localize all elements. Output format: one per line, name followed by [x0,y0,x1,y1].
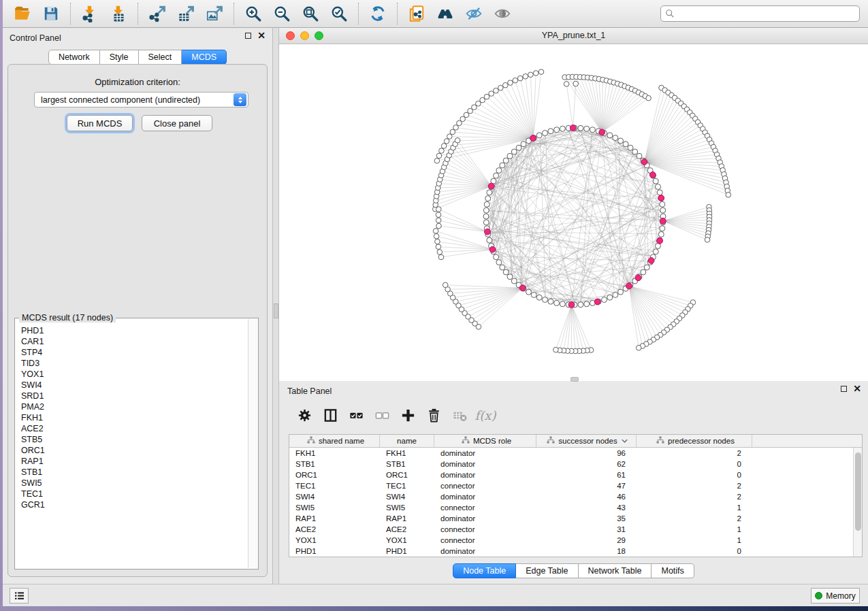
mcds-result-item[interactable]: YOX1 [16,369,248,380]
table-row[interactable]: STB1STB1dominator620 [289,459,853,469]
vertical-splitter[interactable] [272,28,279,584]
run-mcds-button[interactable]: Run MCDS [67,115,133,131]
delete-column-button[interactable] [421,403,447,427]
cell-name: SWI4 [380,491,434,502]
mcds-result-item[interactable]: FKH1 [16,412,248,423]
mcds-result-item[interactable]: CAR1 [16,336,248,347]
mcds-result-item[interactable]: STP4 [16,347,248,358]
memory-button[interactable]: Memory [811,588,860,604]
tab-style[interactable]: Style [100,50,139,65]
cell-predecessor-nodes: 1 [637,502,752,513]
mcds-result-item[interactable]: PHD1 [16,325,248,336]
export-table-button[interactable] [172,1,200,26]
select-all-button[interactable] [343,403,369,427]
add-column-button[interactable] [395,403,421,427]
toolbar-group [8,1,65,26]
horizontal-splitter-grip[interactable] [570,377,579,382]
mcds-list-scrollbar[interactable] [248,319,257,568]
tab-motifs[interactable]: Motifs [652,563,694,578]
mcds-result-list[interactable]: PHD1CAR1STP4TID3YOX1SWI4SRD1PMA2FKH1ACE2… [16,321,248,568]
column-header-name[interactable]: name [380,435,434,447]
table-row[interactable]: SWI4SWI4dominator462 [289,491,853,502]
column-header-shared-name[interactable]: shared name [289,435,380,447]
window-close-icon[interactable] [286,31,295,40]
close-table-panel-icon[interactable]: ✕ [853,386,861,392]
table-row[interactable]: FKH1FKH1dominator962 [289,448,853,459]
mcds-result-item[interactable]: SRD1 [16,391,248,401]
control-panel-tabs: NetworkStyleSelectMCDS [3,50,272,65]
zoom-fit-button[interactable] [296,1,325,26]
tab-mcds[interactable]: MCDS [182,50,227,65]
search-window-button[interactable] [431,1,460,26]
hide-selected-icon [465,5,483,22]
zoom-out-button[interactable] [268,1,296,26]
table-row[interactable]: YOX1YOX1connector291 [289,535,853,546]
window-minimize-icon[interactable] [300,31,309,40]
import-network-button[interactable] [76,1,104,26]
tab-edge-table[interactable]: Edge Table [516,563,578,578]
cell-successor-nodes: 31 [536,524,637,535]
table-scrollbar-thumb[interactable] [855,452,861,531]
column-header-predecessor-nodes[interactable]: predecessor nodes [637,435,752,447]
splitter-grip[interactable] [274,303,278,318]
hide-selected-button[interactable] [460,1,488,26]
cell-name: SWI5 [380,502,434,513]
export-image-button[interactable] [200,1,229,26]
export-image-icon [206,5,223,22]
table-row[interactable]: ORC1ORC1dominator610 [289,469,853,480]
mcds-result-item[interactable]: PMA2 [16,401,248,412]
float-panel-icon[interactable] [245,33,251,39]
table-scrollbar[interactable] [853,448,862,557]
zoom-selected-button[interactable] [325,1,353,26]
tab-select[interactable]: Select [139,50,182,65]
mcds-result-item[interactable]: ORC1 [16,445,248,456]
cell-name: YOX1 [380,535,434,546]
settings-button[interactable] [291,403,317,427]
clone-network-button[interactable] [402,1,431,26]
column-header-successor-nodes[interactable]: successor nodes [536,435,637,447]
network-window-titlebar[interactable]: YPA_prune.txt_1 [279,28,868,44]
float-table-panel-icon[interactable] [841,386,847,392]
delete-table-button[interactable] [447,403,472,427]
column-header-MCDS-role[interactable]: MCDS role [434,435,536,447]
search-input[interactable] [678,9,855,18]
table-row[interactable]: SWI5SWI5connector431 [289,502,853,513]
criterion-dropdown[interactable]: largest connected component (undirected) [34,92,248,108]
zoom-in-button[interactable] [239,1,268,26]
table-row[interactable]: TEC1TEC1connector472 [289,480,853,491]
mcds-result-item[interactable]: GCR1 [16,499,248,510]
network-canvas[interactable] [279,44,868,381]
mcds-result-item[interactable]: SWI4 [16,380,248,391]
open-file-button[interactable] [8,1,37,26]
tab-network[interactable]: Network [48,50,100,65]
window-zoom-icon[interactable] [315,31,323,40]
mcds-result-item[interactable]: ACE2 [16,423,248,434]
mcds-result-item[interactable]: STB1 [16,467,248,478]
deselect-all-button[interactable] [369,403,395,427]
tab-node-table[interactable]: Node Table [453,563,516,578]
save-session-button[interactable] [37,1,65,26]
mcds-result-item[interactable]: SWI5 [16,478,248,489]
network-graph[interactable] [279,44,868,380]
mcds-result-item[interactable]: TID3 [16,358,248,369]
table-row[interactable]: RAP1RAP1dominator352 [289,513,853,524]
show-all-button[interactable] [488,1,517,26]
refresh-button[interactable] [364,1,392,26]
close-panel-icon[interactable]: ✕ [257,33,266,39]
export-network-button[interactable] [143,1,172,26]
tab-network-table[interactable]: Network Table [579,563,652,578]
network-view-panel: YPA_prune.txt_1 [279,28,868,381]
table-row[interactable]: ACE2ACE2connector311 [289,524,853,535]
columns-button[interactable] [317,403,343,427]
status-bar: Memory [3,584,868,606]
mcds-result-item[interactable]: STB5 [16,434,248,445]
search-box[interactable] [660,5,860,22]
import-table-button[interactable] [104,1,133,26]
table-row[interactable]: PHD1PHD1dominator180 [289,546,853,557]
task-history-button[interactable] [10,588,29,604]
cell-name: TEC1 [380,480,434,491]
sort-desc-icon [621,437,628,445]
mcds-result-item[interactable]: TEC1 [16,489,248,499]
close-panel-button[interactable]: Close panel [142,115,212,131]
mcds-result-item[interactable]: RAP1 [16,456,248,467]
